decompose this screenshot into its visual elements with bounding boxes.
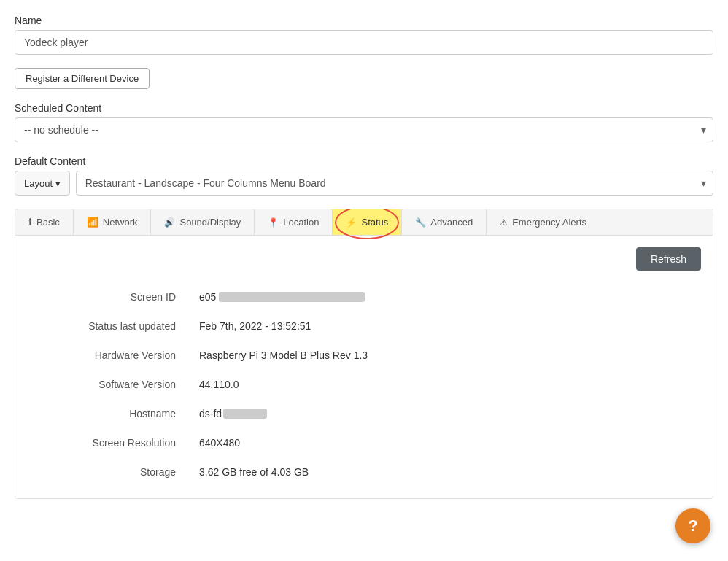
table-row: Hostname ds-fd	[27, 399, 701, 428]
screen-id-value-cell: e05	[187, 282, 701, 312]
software-version-label-cell: Software Version	[27, 370, 187, 399]
hardware-version-value-cell: Raspberry Pi 3 Model B Plus Rev 1.3	[187, 341, 701, 370]
tab-network[interactable]: Network	[74, 209, 152, 235]
layout-button[interactable]: Layout ▾	[15, 171, 70, 196]
scheduled-content-label: Scheduled Content	[15, 102, 713, 114]
hostname-label-cell: Hostname	[27, 399, 187, 428]
default-content-group: Default Content Layout ▾ Restaurant - La…	[15, 155, 713, 196]
hardware-version-label-cell: Hardware Version	[27, 341, 187, 370]
default-content-label: Default Content	[15, 155, 713, 167]
hostname-value: ds-fd	[199, 408, 267, 419]
hostname-blurred	[223, 409, 267, 419]
storage-value-cell: 3.62 GB free of 4.03 GB	[187, 457, 701, 487]
tab-basic[interactable]: Basic	[15, 209, 74, 235]
scheduled-content-group: Scheduled Content -- no schedule --	[15, 102, 713, 142]
name-label: Name	[15, 15, 713, 26]
software-version-value-cell: 44.110.0	[187, 370, 701, 399]
tabs-header: Basic Network Sound/Display Location Sta…	[15, 209, 713, 236]
table-row: Screen ID e05	[27, 282, 701, 312]
tab-network-label: Network	[103, 217, 138, 228]
screen-id-blurred	[219, 292, 365, 302]
scheduled-content-select[interactable]: -- no schedule --	[15, 117, 713, 142]
tab-status-label: Status	[361, 217, 388, 228]
tab-advanced[interactable]: Advanced	[402, 209, 487, 235]
wifi-icon	[87, 217, 98, 228]
refresh-row: Refresh	[27, 247, 701, 271]
tab-location-label: Location	[283, 217, 319, 228]
table-row: Software Version 44.110.0	[27, 370, 701, 399]
location-icon	[268, 217, 279, 228]
alert-icon	[500, 217, 508, 228]
help-button[interactable]: ?	[675, 508, 710, 514]
register-group: Register a Different Device	[15, 68, 713, 89]
tab-sound-display-label: Sound/Display	[179, 217, 241, 228]
table-row: Screen Resolution 640X480	[27, 428, 701, 457]
tab-emergency-alerts-label: Emergency Alerts	[512, 217, 586, 228]
info-icon	[28, 217, 32, 228]
scheduled-content-wrapper: -- no schedule --	[15, 117, 713, 142]
status-updated-label-cell: Status last updated	[27, 312, 187, 341]
status-updated-value-cell: Feb 7th, 2022 - 13:52:51	[187, 312, 701, 341]
table-row: Status last updated Feb 7th, 2022 - 13:5…	[27, 312, 701, 341]
table-row: Hardware Version Raspberry Pi 3 Model B …	[27, 341, 701, 370]
status-info-table: Screen ID e05 Status last updated Feb 7t…	[27, 282, 701, 487]
tabs-container: Basic Network Sound/Display Location Sta…	[15, 209, 713, 499]
tab-status[interactable]: Status	[333, 209, 402, 235]
wrench-icon	[415, 217, 426, 228]
screen-resolution-label-cell: Screen Resolution	[27, 428, 187, 457]
tab-location[interactable]: Location	[255, 209, 333, 235]
tab-advanced-label: Advanced	[430, 217, 473, 228]
screen-id-value: e05	[199, 291, 365, 303]
table-row: Storage 3.62 GB free of 4.03 GB	[27, 457, 701, 487]
tab-sound-display[interactable]: Sound/Display	[151, 209, 255, 235]
tab-basic-label: Basic	[36, 217, 60, 228]
default-content-select[interactable]: Restaurant - Landscape - Four Columns Me…	[76, 171, 713, 196]
name-group: Name	[15, 15, 713, 55]
default-content-select-wrapper: Restaurant - Landscape - Four Columns Me…	[76, 171, 713, 196]
tab-status-content: Refresh Screen ID e05 Status last update…	[15, 236, 713, 498]
screen-id-label-cell: Screen ID	[27, 282, 187, 312]
sound-icon	[164, 217, 175, 228]
register-different-device-button[interactable]: Register a Different Device	[15, 68, 150, 89]
name-input[interactable]	[15, 30, 713, 55]
storage-label-cell: Storage	[27, 457, 187, 487]
tab-emergency-alerts[interactable]: Emergency Alerts	[487, 209, 600, 235]
hostname-value-cell: ds-fd	[187, 399, 701, 428]
refresh-button[interactable]: Refresh	[636, 247, 701, 271]
default-content-row: Layout ▾ Restaurant - Landscape - Four C…	[15, 171, 713, 196]
status-icon	[346, 217, 357, 228]
screen-resolution-value-cell: 640X480	[187, 428, 701, 457]
